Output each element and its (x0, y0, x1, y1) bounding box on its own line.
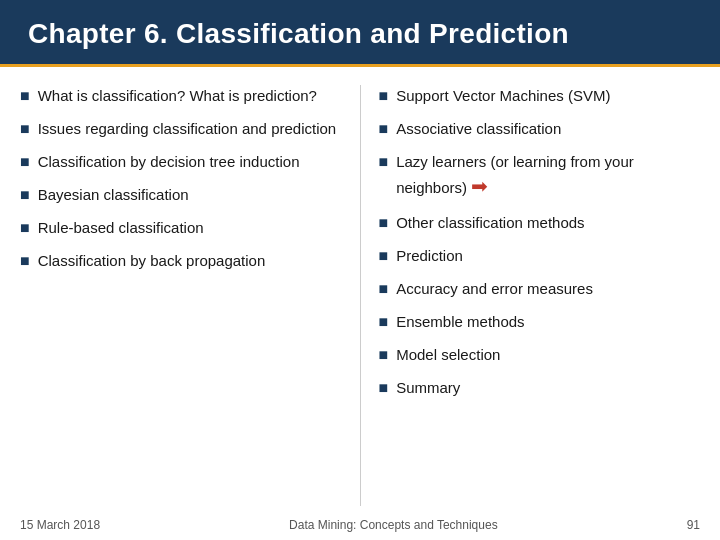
list-item: ■ Model selection (379, 344, 701, 365)
column-divider (360, 85, 361, 506)
bullet-text: Lazy learners (or learning from your nei… (396, 151, 700, 200)
bullet-icon: ■ (20, 87, 30, 105)
bullet-text: Other classification methods (396, 212, 584, 233)
bullet-text: Rule-based classification (38, 217, 204, 238)
list-item: ■ Ensemble methods (379, 311, 701, 332)
left-column: ■ What is classification? What is predic… (20, 85, 342, 506)
bullet-icon: ■ (379, 87, 389, 105)
bullet-icon: ■ (20, 120, 30, 138)
bullet-text: What is classification? What is predicti… (38, 85, 317, 106)
list-item: ■ Support Vector Machines (SVM) (379, 85, 701, 106)
list-item: ■ Issues regarding classification and pr… (20, 118, 342, 139)
bullet-icon: ■ (379, 379, 389, 397)
list-item: ■ Summary (379, 377, 701, 398)
slide-content: ■ What is classification? What is predic… (0, 67, 720, 514)
list-item: ■ Classification by back propagation (20, 250, 342, 271)
bullet-icon: ■ (379, 247, 389, 265)
bullet-text: Classification by decision tree inductio… (38, 151, 300, 172)
bullet-icon: ■ (379, 120, 389, 138)
footer-date: 15 March 2018 (20, 518, 100, 532)
list-item: ■ Other classification methods (379, 212, 701, 233)
slide-footer: 15 March 2018 Data Mining: Concepts and … (0, 514, 720, 540)
list-item: ■ Rule-based classification (20, 217, 342, 238)
bullet-text: Issues regarding classification and pred… (38, 118, 337, 139)
bullet-text: Model selection (396, 344, 500, 365)
bullet-icon: ■ (379, 153, 389, 171)
right-column: ■ Support Vector Machines (SVM) ■ Associ… (379, 85, 701, 506)
slide: Chapter 6. Classification and Prediction… (0, 0, 720, 540)
list-item: ■ Prediction (379, 245, 701, 266)
list-item: ■ Classification by decision tree induct… (20, 151, 342, 172)
bullet-icon: ■ (20, 153, 30, 171)
bullet-text: Ensemble methods (396, 311, 524, 332)
list-item: ■ Associative classification (379, 118, 701, 139)
bullet-icon: ■ (379, 346, 389, 364)
bullet-icon: ■ (20, 252, 30, 270)
list-item: ■ What is classification? What is predic… (20, 85, 342, 106)
footer-center: Data Mining: Concepts and Techniques (289, 518, 498, 532)
bullet-icon: ■ (20, 186, 30, 204)
slide-header: Chapter 6. Classification and Prediction (0, 0, 720, 64)
footer-page: 91 (687, 518, 700, 532)
list-item: ■ Lazy learners (or learning from your n… (379, 151, 701, 200)
bullet-text: Support Vector Machines (SVM) (396, 85, 610, 106)
bullet-text: Accuracy and error measures (396, 278, 593, 299)
bullet-text: Classification by back propagation (38, 250, 266, 271)
bullet-text: Summary (396, 377, 460, 398)
bullet-text: Bayesian classification (38, 184, 189, 205)
list-item: ■ Accuracy and error measures (379, 278, 701, 299)
bullet-icon: ■ (379, 313, 389, 331)
arrow-icon: ➡ (471, 172, 488, 200)
slide-title: Chapter 6. Classification and Prediction (28, 18, 692, 50)
bullet-icon: ■ (379, 280, 389, 298)
bullet-text: Associative classification (396, 118, 561, 139)
bullet-icon: ■ (20, 219, 30, 237)
bullet-text: Prediction (396, 245, 463, 266)
list-item: ■ Bayesian classification (20, 184, 342, 205)
bullet-icon: ■ (379, 214, 389, 232)
